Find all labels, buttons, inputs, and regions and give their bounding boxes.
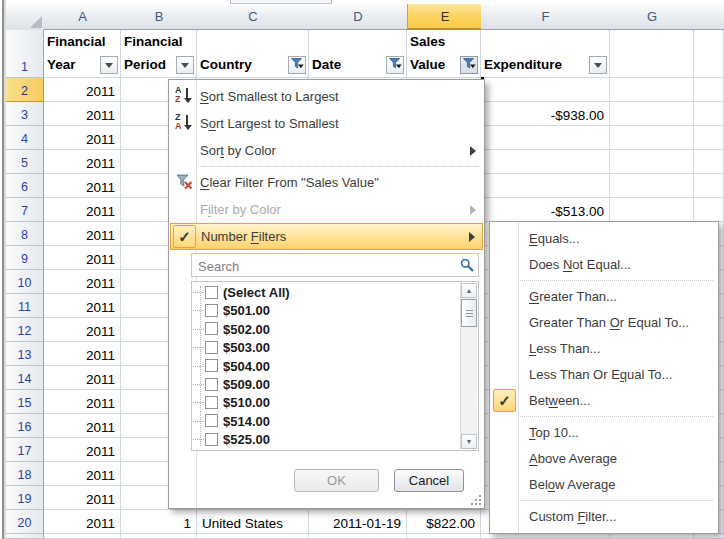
row-header-18[interactable]: 18 xyxy=(6,462,44,486)
filter-button-b[interactable] xyxy=(176,56,194,74)
value-item-514-00[interactable]: $514.00 xyxy=(192,413,442,431)
row-header-10[interactable]: 10 xyxy=(6,270,44,294)
cell-h6[interactable] xyxy=(694,174,724,198)
cell-f4[interactable] xyxy=(481,126,610,150)
cell-a12[interactable]: 2011 xyxy=(44,318,121,342)
cell-h21[interactable] xyxy=(694,534,724,539)
resize-grip[interactable] xyxy=(471,495,481,505)
cell-f3[interactable]: -$938.00 xyxy=(481,102,610,126)
row-header-12[interactable]: 12 xyxy=(6,318,44,342)
row-header-7[interactable]: 7 xyxy=(6,198,44,222)
column-header-g[interactable]: G xyxy=(610,4,695,30)
submenu-item-between[interactable]: ✓Between... xyxy=(491,388,717,414)
cell-g2[interactable] xyxy=(610,78,694,102)
cell-b20[interactable]: 1 xyxy=(121,510,197,534)
submenu-item-top-10[interactable]: Top 10... xyxy=(491,420,717,446)
cell-f1[interactable]: Expenditure xyxy=(481,30,610,78)
ok-button[interactable]: OK xyxy=(294,469,379,492)
cell-g7[interactable] xyxy=(610,198,694,222)
checkbox[interactable] xyxy=(205,341,218,354)
cell-h2[interactable] xyxy=(694,78,724,102)
cell-a9[interactable]: 2011 xyxy=(44,246,121,270)
cell-h4[interactable] xyxy=(694,126,724,150)
row-header-1[interactable]: 1 xyxy=(6,30,44,78)
cell-g21[interactable] xyxy=(610,534,694,539)
row-header-13[interactable]: 13 xyxy=(6,342,44,366)
cell-a8[interactable]: 2011 xyxy=(44,222,121,246)
value-item-501-00[interactable]: $501.00 xyxy=(192,302,442,320)
value-item-510-00[interactable]: $510.00 xyxy=(192,394,442,412)
submenu-item-less-than-or-equal-to[interactable]: Less Than Or Equal To... xyxy=(491,362,717,388)
value-item-select-all[interactable]: (Select All) xyxy=(192,284,442,302)
column-header-d[interactable]: D xyxy=(309,4,408,30)
cell-h3[interactable] xyxy=(694,102,724,126)
cell-d21[interactable] xyxy=(309,534,407,539)
row-header-5[interactable]: 5 xyxy=(6,150,44,174)
cell-d20[interactable]: 2011-01-19 xyxy=(309,510,407,534)
column-header-e[interactable]: E xyxy=(407,4,483,30)
row-header-21[interactable] xyxy=(6,534,44,539)
row-header-17[interactable]: 17 xyxy=(6,438,44,462)
cell-g4[interactable] xyxy=(610,126,694,150)
column-header-a[interactable]: A xyxy=(44,4,122,30)
value-item-509-00[interactable]: $509.00 xyxy=(192,376,442,394)
submenu-item-greater-than-or-equal-to[interactable]: Greater Than Or Equal To... xyxy=(491,310,717,336)
cell-g5[interactable] xyxy=(610,150,694,174)
cell-g3[interactable] xyxy=(610,102,694,126)
cell-a10[interactable]: 2011 xyxy=(44,270,121,294)
select-all-corner[interactable] xyxy=(6,4,45,31)
cell-f6[interactable] xyxy=(481,174,610,198)
row-header-3[interactable]: 3 xyxy=(6,102,44,126)
cell-g1[interactable] xyxy=(610,30,694,78)
submenu-item-below-average[interactable]: Below Average xyxy=(491,472,717,498)
cell-a5[interactable]: 2011 xyxy=(44,150,121,174)
column-header-c[interactable]: C xyxy=(197,4,310,30)
cell-a19[interactable]: 2011 xyxy=(44,486,121,510)
cell-a20[interactable]: 2011 xyxy=(44,510,121,534)
filter-button-a[interactable] xyxy=(100,56,118,74)
cell-a14[interactable]: 2011 xyxy=(44,366,121,390)
filter-button-c[interactable] xyxy=(288,56,306,74)
row-header-19[interactable]: 19 xyxy=(6,486,44,510)
filter-button-f[interactable] xyxy=(589,56,607,74)
scroll-down-button[interactable]: ▼ xyxy=(461,434,477,449)
cell-a3[interactable]: 2011 xyxy=(44,102,121,126)
cell-a4[interactable]: 2011 xyxy=(44,126,121,150)
value-item-504-00[interactable]: $504.00 xyxy=(192,358,442,376)
checkbox[interactable] xyxy=(205,414,218,427)
row-header-6[interactable]: 6 xyxy=(6,174,44,198)
column-header-partial[interactable] xyxy=(694,4,724,30)
cell-a21[interactable] xyxy=(44,534,121,539)
row-header-14[interactable]: 14 xyxy=(6,366,44,390)
cell-a6[interactable]: 2011 xyxy=(44,174,121,198)
checkbox[interactable] xyxy=(205,304,218,317)
scroll-thumb[interactable] xyxy=(461,299,477,327)
submenu-item-less-than[interactable]: Less Than... xyxy=(491,336,717,362)
row-header-9[interactable]: 9 xyxy=(6,246,44,270)
cell-f7[interactable]: -$513.00 xyxy=(481,198,610,222)
cell-f5[interactable] xyxy=(481,150,610,174)
cell-a2[interactable]: 2011 xyxy=(44,78,121,102)
cell-f21[interactable] xyxy=(481,534,610,539)
value-item-502-00[interactable]: $502.00 xyxy=(192,321,442,339)
cell-a11[interactable]: 2011 xyxy=(44,294,121,318)
checkbox[interactable] xyxy=(205,433,218,446)
cell-g6[interactable] xyxy=(610,174,694,198)
checkbox[interactable] xyxy=(205,378,218,391)
row-header-2[interactable]: 2 xyxy=(6,78,44,102)
filter-button-e[interactable] xyxy=(460,56,478,74)
submenu-item-greater-than[interactable]: Greater Than... xyxy=(491,284,717,310)
menu-item-clear-filter-from-sales-value[interactable]: Clear Filter From "Sales Value" xyxy=(170,169,483,196)
cell-h1[interactable] xyxy=(694,30,724,78)
cancel-button[interactable]: Cancel xyxy=(394,469,464,492)
cell-a1[interactable]: FinancialYear xyxy=(44,30,121,78)
row-header-4[interactable]: 4 xyxy=(6,126,44,150)
cell-e1[interactable]: SalesValue xyxy=(407,30,481,78)
list-scrollbar[interactable]: ▲ ▼ xyxy=(460,283,477,449)
cell-a17[interactable]: 2011 xyxy=(44,438,121,462)
filter-button-d[interactable] xyxy=(386,56,404,74)
cell-a7[interactable]: 2011 xyxy=(44,198,121,222)
submenu-item-equals[interactable]: Equals... xyxy=(491,226,717,252)
checkbox[interactable] xyxy=(205,286,218,299)
cell-h5[interactable] xyxy=(694,150,724,174)
